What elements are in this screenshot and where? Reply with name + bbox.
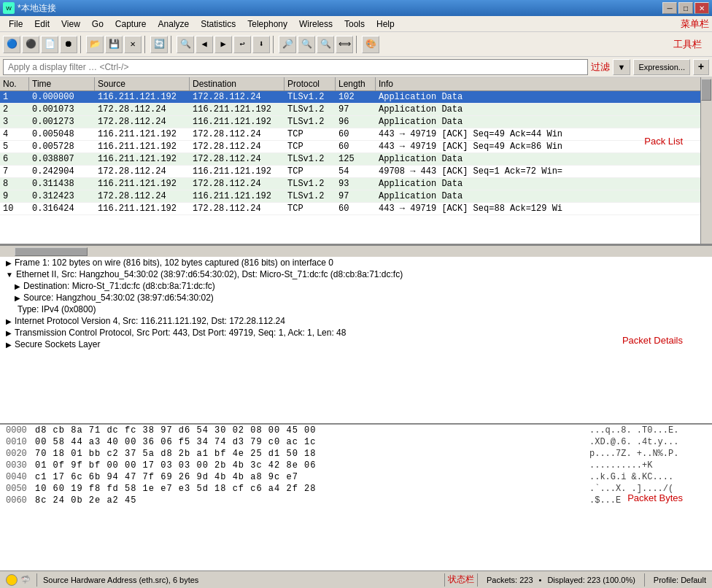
cell-proto: TLSv1.2 bbox=[285, 153, 336, 165]
toolbar-btn-1[interactable]: 🔵 bbox=[3, 36, 20, 53]
packet-row[interactable]: 1 0.000000 116.211.121.192 172.28.112.24… bbox=[0, 91, 712, 104]
toolbar-btn-down[interactable]: ⬇ bbox=[252, 36, 270, 53]
menu-help[interactable]: Help bbox=[371, 18, 400, 31]
packet-row[interactable]: 6 0.038807 116.211.121.192 172.28.112.24… bbox=[0, 153, 712, 166]
col-header-dst[interactable]: Destination bbox=[190, 77, 285, 90]
detail-row[interactable]: Type: IPv4 (0x0800) bbox=[0, 303, 712, 315]
cell-src: 172.28.112.24 bbox=[95, 116, 190, 128]
col-header-time[interactable]: Time bbox=[29, 77, 95, 90]
cell-src: 116.211.121.192 bbox=[95, 203, 190, 214]
bytes-ascii: .XD.@.6. .4t.y... bbox=[589, 437, 706, 447]
detail-row[interactable]: ▶Transmission Control Protocol, Src Port… bbox=[0, 327, 712, 339]
cell-proto: TLSv1.2 bbox=[285, 116, 336, 128]
detail-row[interactable]: ▶Destination: Micro-St_71:dc:fc (d8:cb:8… bbox=[0, 280, 712, 292]
filter-expr-btn[interactable]: Expression... bbox=[633, 59, 690, 75]
cell-src: 116.211.121.192 bbox=[95, 91, 190, 103]
detail-row[interactable]: ▶Source: Hangzhou_54:30:02 (38:97:d6:54:… bbox=[0, 292, 712, 303]
packet-row[interactable]: 4 0.005048 116.211.121.192 172.28.112.24… bbox=[0, 128, 712, 141]
cell-dst: 116.211.121.192 bbox=[190, 116, 285, 128]
toolbar-btn-fwd[interactable]: ▶ bbox=[214, 36, 232, 53]
col-header-proto[interactable]: Protocol bbox=[285, 77, 336, 90]
detail-text: Secure Sockets Layer bbox=[15, 339, 100, 349]
detail-row[interactable]: ▼Ethernet II, Src: Hangzhou_54:30:02 (38… bbox=[0, 268, 712, 280]
app-icon: W bbox=[3, 2, 15, 14]
hscroll-thumb[interactable] bbox=[15, 247, 88, 256]
cell-info: Application Data bbox=[376, 104, 712, 115]
minimize-button[interactable]: ─ bbox=[662, 2, 677, 14]
cell-no: 3 bbox=[0, 116, 29, 128]
toolbar-btn-search[interactable]: 🔍 bbox=[177, 36, 194, 53]
bytes-row: 0050 10 60 19 f8 fd 58 1e e7 e3 5d 18 cf… bbox=[0, 483, 712, 495]
cell-info: Application Data bbox=[376, 190, 712, 202]
toolbar-btn-resize[interactable]: ⟺ bbox=[336, 36, 353, 53]
detail-row[interactable]: ▶Frame 1: 102 bytes on wire (816 bits), … bbox=[0, 257, 712, 268]
packet-row[interactable]: 5 0.005728 116.211.121.192 172.28.112.24… bbox=[0, 141, 712, 153]
detail-text: Internet Protocol Version 4, Src: 116.21… bbox=[15, 316, 285, 326]
cell-no: 6 bbox=[0, 153, 29, 165]
toolbar-btn-zoomout[interactable]: 🔍 bbox=[317, 36, 334, 53]
menu-statistics[interactable]: Statistics bbox=[195, 18, 241, 31]
toolbar-btn-reload[interactable]: 🔄 bbox=[150, 36, 168, 53]
packet-row[interactable]: 3 0.001273 172.28.112.24 116.211.121.192… bbox=[0, 116, 712, 128]
menu-telephony[interactable]: Telephony bbox=[241, 18, 293, 31]
toolbar-btn-zoomin[interactable]: 🔎 bbox=[279, 36, 296, 53]
bytes-hex: 70 18 01 bb c2 37 5a d8 2b a1 bf 4e 25 d… bbox=[35, 449, 589, 459]
cell-no: 2 bbox=[0, 104, 29, 115]
menu-analyze[interactable]: Analyze bbox=[152, 18, 196, 31]
toolbar-btn-close[interactable]: ✕ bbox=[124, 36, 142, 53]
menu-wireless[interactable]: Wireless bbox=[293, 18, 338, 31]
detail-row[interactable]: ▶Internet Protocol Version 4, Src: 116.2… bbox=[0, 315, 712, 327]
packet-row[interactable]: 10 0.316424 116.211.121.192 172.28.112.2… bbox=[0, 203, 712, 215]
cell-dst: 172.28.112.24 bbox=[190, 91, 285, 103]
cell-no: 4 bbox=[0, 128, 29, 140]
cell-dst: 172.28.112.24 bbox=[190, 141, 285, 152]
toolbar-btn-2[interactable]: ⚫ bbox=[22, 36, 39, 53]
title-bar: W *本地连接 ─ □ ✕ bbox=[0, 0, 712, 16]
packet-row[interactable]: 2 0.001073 172.28.112.24 116.211.121.192… bbox=[0, 104, 712, 116]
cell-proto: TCP bbox=[285, 166, 336, 177]
cell-src: 116.211.121.192 bbox=[95, 178, 190, 190]
col-header-len[interactable]: Length bbox=[336, 77, 376, 90]
maximize-button[interactable]: □ bbox=[678, 2, 693, 14]
col-header-info[interactable]: Info bbox=[376, 77, 712, 90]
menu-view[interactable]: View bbox=[55, 18, 86, 31]
toolbar-btn-color[interactable]: 🎨 bbox=[362, 36, 379, 53]
toolbar-btn-zoom100[interactable]: 🔍 bbox=[298, 36, 315, 53]
filter-plus-btn[interactable]: + bbox=[693, 59, 709, 75]
menu-capture[interactable]: Capture bbox=[109, 18, 152, 31]
cell-src: 172.28.112.24 bbox=[95, 104, 190, 115]
col-header-no[interactable]: No. bbox=[0, 77, 29, 90]
cell-dst: 172.28.112.24 bbox=[190, 153, 285, 165]
cell-time: 0.001273 bbox=[29, 116, 95, 128]
packet-row[interactable]: 7 0.242904 172.28.112.24 116.211.121.192… bbox=[0, 166, 712, 178]
toolbar-btn-rec[interactable]: ⏺ bbox=[60, 36, 77, 53]
cell-proto: TLSv1.2 bbox=[285, 91, 336, 103]
packet-row[interactable]: 9 0.312423 172.28.112.24 116.211.121.192… bbox=[0, 190, 712, 203]
menu-file[interactable]: File bbox=[3, 18, 28, 31]
bytes-rows-container: 0000 d8 cb 8a 71 dc fc 38 97 d6 54 30 02… bbox=[0, 425, 712, 506]
menu-tools[interactable]: Tools bbox=[338, 18, 371, 31]
scrollbar-thumb[interactable] bbox=[701, 79, 711, 101]
toolbar-btn-jump[interactable]: ↩ bbox=[233, 36, 251, 53]
status-divider bbox=[36, 573, 37, 587]
packet-row[interactable]: 8 0.311438 116.211.121.192 172.28.112.24… bbox=[0, 178, 712, 190]
filter-input[interactable] bbox=[3, 59, 588, 75]
detail-row[interactable]: ▶Secure Sockets Layer bbox=[0, 339, 712, 350]
detail-text: Source: Hangzhou_54:30:02 (38:97:d6:54:3… bbox=[23, 293, 214, 303]
toolbar-btn-back[interactable]: ◀ bbox=[196, 36, 213, 53]
filter-dropdown-btn[interactable]: ▼ bbox=[613, 59, 631, 75]
menu-label: 菜单栏 bbox=[681, 18, 709, 31]
menu-edit[interactable]: Edit bbox=[28, 18, 55, 31]
status-profile: Profile: Default bbox=[654, 576, 706, 584]
hscroll[interactable] bbox=[0, 245, 712, 257]
title-bar-buttons[interactable]: ─ □ ✕ bbox=[662, 2, 709, 14]
toolbar-btn-new[interactable]: 📄 bbox=[41, 36, 58, 53]
toolbar-btn-save[interactable]: 💾 bbox=[105, 36, 123, 53]
toolbar-btn-open[interactable]: 📂 bbox=[86, 36, 104, 53]
status-right-divider bbox=[477, 573, 478, 587]
packet-details-section: ▶Frame 1: 102 bytes on wire (816 bits), … bbox=[0, 257, 712, 425]
packet-list-scrollbar[interactable] bbox=[700, 77, 712, 244]
close-button[interactable]: ✕ bbox=[694, 2, 709, 14]
menu-go[interactable]: Go bbox=[86, 18, 109, 31]
col-header-src[interactable]: Source bbox=[95, 77, 190, 90]
